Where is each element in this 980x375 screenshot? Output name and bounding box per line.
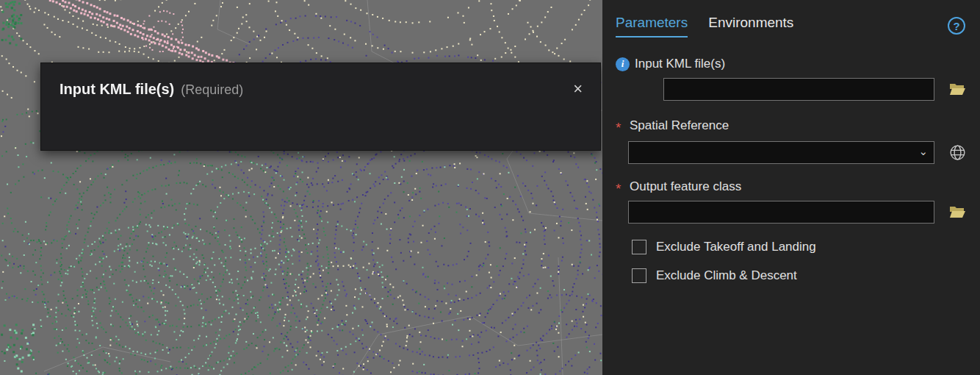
output-feature-class-control-row bbox=[628, 201, 980, 224]
close-icon[interactable]: × bbox=[573, 81, 583, 97]
chevron-down-icon: ⌄ bbox=[918, 146, 928, 160]
field-label-row: * Output feature class bbox=[616, 178, 980, 196]
checkbox-icon[interactable] bbox=[632, 240, 646, 254]
map-canvas bbox=[0, 0, 602, 375]
help-icon[interactable]: ? bbox=[948, 17, 965, 35]
input-kml-field[interactable] bbox=[663, 78, 934, 101]
tooltip-required-note: (Required) bbox=[181, 82, 243, 98]
tab-environments[interactable]: Environments bbox=[708, 15, 793, 38]
required-asterisk: * bbox=[616, 178, 625, 196]
spatial-reference-control-row: ⌄ bbox=[628, 141, 980, 164]
geoprocessing-panel: Parameters Environments ? i Input KML fi… bbox=[602, 0, 980, 375]
input-kml-control-row bbox=[663, 78, 980, 101]
panel-tabs: Parameters Environments ? bbox=[602, 0, 980, 38]
input-kml-label: Input KML file(s) bbox=[635, 57, 725, 71]
browse-button[interactable] bbox=[934, 82, 980, 96]
globe-icon bbox=[948, 143, 967, 162]
required-asterisk: * bbox=[616, 117, 625, 135]
output-feature-class-label: Output feature class bbox=[630, 179, 741, 194]
exclude-takeoff-landing-label: Exclude Takeoff and Landing bbox=[656, 240, 816, 254]
map-view[interactable]: Input KML file(s) (Required) × bbox=[0, 0, 602, 375]
exclude-takeoff-landing-option[interactable]: Exclude Takeoff and Landing bbox=[632, 240, 980, 254]
output-feature-class-field[interactable] bbox=[628, 201, 934, 224]
exclude-climb-descent-option[interactable]: Exclude Climb & Descent bbox=[632, 268, 980, 283]
field-label-row: * Spatial Reference bbox=[616, 117, 980, 135]
folder-icon bbox=[949, 205, 966, 219]
spatial-reference-label: Spatial Reference bbox=[630, 118, 729, 133]
info-icon[interactable]: i bbox=[616, 57, 630, 71]
folder-icon bbox=[949, 82, 966, 96]
tab-parameters[interactable]: Parameters bbox=[616, 15, 688, 38]
select-coordinate-system-button[interactable] bbox=[934, 143, 980, 162]
exclude-climb-descent-label: Exclude Climb & Descent bbox=[656, 268, 797, 283]
spatial-reference-dropdown[interactable]: ⌄ bbox=[628, 141, 934, 164]
arcgis-window: Input KML file(s) (Required) × Parameter… bbox=[0, 0, 980, 375]
browse-output-button[interactable] bbox=[934, 205, 980, 219]
field-label-row: i Input KML file(s) bbox=[616, 57, 980, 71]
parameter-help-tooltip: Input KML file(s) (Required) × bbox=[40, 63, 601, 151]
tooltip-title: Input KML file(s) bbox=[60, 81, 174, 98]
checkbox-icon[interactable] bbox=[632, 268, 646, 283]
